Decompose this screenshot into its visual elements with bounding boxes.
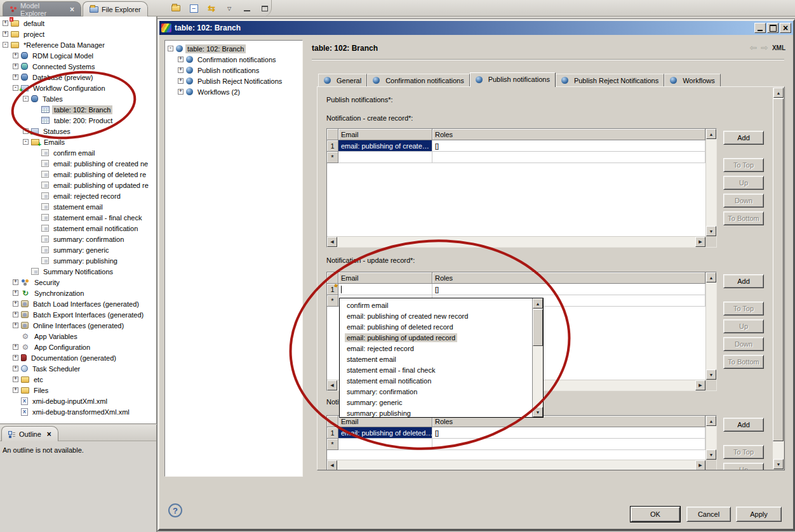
scroll-right-icon[interactable]: ▶	[695, 380, 705, 390]
email-cell[interactable]: email: publishing of deleted…	[338, 427, 432, 439]
table-hscrollbar[interactable]: ◀▶	[327, 236, 705, 247]
help-button[interactable]: ?	[168, 503, 182, 517]
dropdown-item[interactable]: statement email - final check	[340, 364, 532, 375]
tree-item[interactable]: +Task Scheduler	[0, 363, 156, 374]
expand-icon[interactable]: +	[13, 323, 18, 328]
expand-icon[interactable]: +	[13, 387, 18, 393]
close-icon[interactable]: ×	[47, 430, 51, 439]
scroll-left-icon[interactable]: ◀	[327, 460, 337, 470]
expand-icon[interactable]: +	[178, 67, 184, 73]
close-icon[interactable]: ×	[70, 5, 74, 14]
roles-cell[interactable]	[432, 152, 705, 163]
tree-item[interactable]: -Tables	[0, 93, 156, 104]
tab-general[interactable]: General	[318, 74, 367, 86]
collapse-all-icon[interactable]: −	[188, 3, 199, 14]
minimize-icon[interactable]	[241, 3, 253, 14]
tab-model-explorer[interactable]: Model Explorer ×	[3, 1, 81, 17]
tree-item[interactable]: statement email	[0, 201, 156, 212]
tree-item[interactable]: xmi-debug-transformedXml.xml	[0, 406, 156, 417]
scroll-down-icon[interactable]: ▼	[706, 449, 716, 460]
to-top-button-2[interactable]: To Top	[723, 302, 764, 316]
tree-item[interactable]: +Statuses	[0, 126, 156, 136]
apply-button[interactable]: Apply	[736, 507, 782, 522]
view-menu-icon[interactable]: ▽	[224, 3, 235, 14]
tree-item[interactable]: +etc	[0, 374, 156, 385]
tab-outline[interactable]: Outline ×	[1, 426, 58, 441]
table-row[interactable]: *	[327, 439, 705, 450]
expand-icon[interactable]: +	[13, 53, 18, 58]
expand-icon[interactable]: +	[13, 366, 18, 371]
dropdown-item[interactable]: confirm email	[340, 300, 532, 310]
dialog-tree-item[interactable]: +Workflows (2)	[165, 86, 302, 97]
scrollbar-thumb[interactable]	[773, 98, 784, 441]
to-bottom-button-2[interactable]: To Bottom	[723, 355, 764, 369]
table-row[interactable]: 1email: publishing of create…[]	[327, 140, 705, 152]
dropdown-item[interactable]: statement email notification	[340, 375, 532, 386]
table-vscrollbar[interactable]: ▲▼	[705, 129, 716, 236]
expand-icon[interactable]: +	[13, 355, 18, 361]
panel-scrollbar[interactable]: ▲ ▼	[773, 88, 784, 469]
dropdown-item[interactable]: summary: generic	[340, 397, 532, 408]
to-top-button-3[interactable]: To Top	[723, 445, 764, 459]
dropdown-item[interactable]: statement email	[340, 354, 532, 364]
minimize-icon[interactable]	[754, 23, 766, 33]
down-button-1[interactable]: Down	[723, 194, 764, 208]
collapse-icon[interactable]: -	[3, 42, 8, 48]
tree-item[interactable]: -*Reference Data Manager	[0, 39, 156, 50]
down-button-2[interactable]: Down	[723, 337, 764, 351]
tab-file-explorer[interactable]: File Explorer	[83, 1, 148, 17]
dropdown-item[interactable]: email: publishing of deleted record	[340, 321, 532, 332]
scroll-up-icon[interactable]: ▲	[533, 298, 543, 309]
tree-item[interactable]: -Emails	[0, 136, 156, 147]
email-cell[interactable]	[338, 152, 432, 163]
tree-item[interactable]: -Workflow Configuration	[0, 83, 156, 93]
expand-icon[interactable]: +	[13, 279, 18, 285]
tree-item[interactable]: +Database (preview)	[0, 72, 156, 83]
scroll-up-icon[interactable]: ▲	[706, 416, 716, 426]
cancel-button[interactable]: Cancel	[686, 507, 731, 522]
ok-button[interactable]: OK	[631, 507, 680, 522]
tree-item[interactable]: email: publishing of updated re	[0, 180, 156, 190]
table-hscrollbar[interactable]: ◀▶	[327, 460, 705, 470]
expand-icon[interactable]: +	[13, 301, 18, 307]
email-cell[interactable]: email: publishing of create…	[338, 140, 432, 152]
tree-item[interactable]: email: publishing of deleted re	[0, 169, 156, 180]
to-bottom-button-1[interactable]: To Bottom	[723, 211, 764, 225]
scroll-left-icon[interactable]: ◀	[327, 380, 337, 390]
column-header-roles[interactable]: Roles	[432, 272, 705, 284]
expand-icon[interactable]: +	[13, 376, 18, 382]
expand-icon[interactable]: +	[13, 74, 18, 80]
scrollbar-thumb[interactable]	[533, 309, 543, 346]
scroll-left-icon[interactable]: ◀	[327, 237, 337, 247]
scroll-up-icon[interactable]: ▲	[773, 88, 784, 98]
scroll-down-icon[interactable]: ▼	[773, 459, 784, 469]
expand-icon[interactable]: +	[178, 57, 184, 62]
table-row[interactable]: 1email: publishing of deleted…[]	[327, 427, 705, 439]
tree-item[interactable]: summary: generic	[0, 244, 156, 255]
tree-item[interactable]: +Synchronization	[0, 288, 156, 298]
tree-item[interactable]: xmi-debug-inputXml.xml	[0, 396, 156, 406]
tree-item[interactable]: +Documentation (generated)	[0, 352, 156, 363]
table-vscrollbar[interactable]: ▲▼	[705, 272, 716, 380]
tree-item[interactable]: +Batch Export Interfaces (generated)	[0, 309, 156, 320]
tree-item[interactable]: statement email notification	[0, 223, 156, 234]
expand-icon[interactable]: +	[23, 128, 29, 134]
maximize-icon[interactable]	[767, 23, 778, 33]
dropdown-scrollbar[interactable]: ▲▼	[532, 298, 543, 417]
collapse-icon[interactable]: -	[168, 46, 173, 51]
tree-item[interactable]: Summary Notifications	[0, 266, 156, 277]
tree-item[interactable]: +Online Interfaces (generated)	[0, 320, 156, 331]
expand-icon[interactable]: +	[13, 290, 18, 296]
tree-item[interactable]: table: 200: Product	[0, 115, 156, 126]
roles-cell[interactable]	[432, 439, 705, 450]
tree-item[interactable]: +RDM Logical Model	[0, 50, 156, 61]
expand-icon[interactable]: +	[178, 89, 184, 95]
tree-item[interactable]: summary: confirmation	[0, 234, 156, 244]
to-top-button-1[interactable]: To Top	[723, 158, 764, 172]
tree-item[interactable]: App Variables	[0, 331, 156, 342]
expand-icon[interactable]: +	[3, 31, 8, 37]
tree-item[interactable]: confirm email	[0, 147, 156, 158]
tree-item[interactable]: +Connected Systems	[0, 61, 156, 72]
dialog-tree-item[interactable]: +Publish notifications	[165, 65, 302, 76]
dropdown-item[interactable]: summary: confirmation	[340, 386, 532, 397]
